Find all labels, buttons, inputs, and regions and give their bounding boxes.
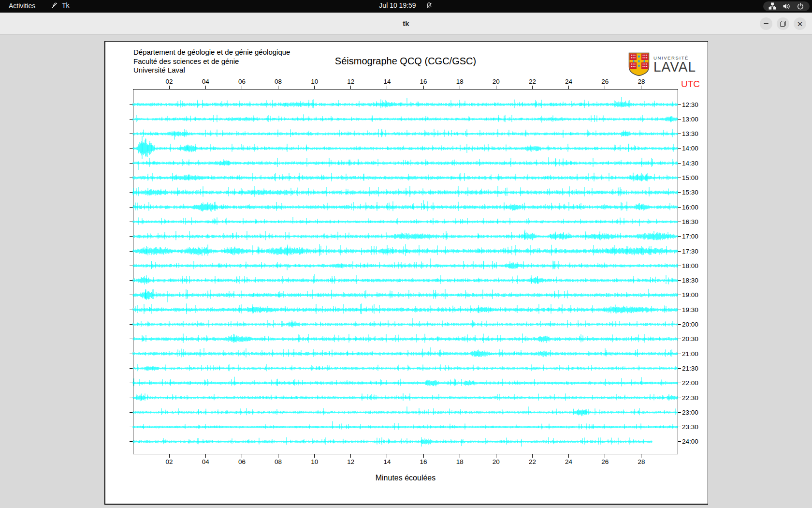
x-tick-label-bottom: 18 <box>456 458 464 465</box>
x-tick-label-bottom: 20 <box>493 458 500 465</box>
utc-time-label: 15:30 <box>682 189 698 196</box>
tk-feather-icon <box>51 1 58 9</box>
volume-icon <box>783 2 790 10</box>
x-tick-label-bottom: 04 <box>202 458 210 465</box>
x-tick-label-bottom: 14 <box>383 458 391 465</box>
x-tick-label-top: 04 <box>202 78 210 85</box>
maximize-button[interactable] <box>777 17 789 30</box>
x-tick-label-bottom: 12 <box>347 458 354 465</box>
trace-19:30 <box>133 303 678 314</box>
utc-time-label: 13:00 <box>682 116 698 123</box>
window-title: tk <box>0 19 812 28</box>
x-tick-label-top: 08 <box>275 78 282 85</box>
trace-23:30 <box>133 421 678 430</box>
utc-time-label: 16:00 <box>682 204 698 211</box>
utc-time-label: 17:30 <box>682 248 698 255</box>
utc-time-label: 19:00 <box>682 291 698 299</box>
utc-time-label: 14:30 <box>682 160 698 167</box>
trace-13:00 <box>133 114 678 122</box>
x-tick-label-top: 18 <box>456 78 464 85</box>
trace-21:00 <box>133 347 678 358</box>
trace-18:30 <box>133 274 678 285</box>
trace-20:00 <box>133 318 678 328</box>
utc-time-label: 21:00 <box>682 350 698 358</box>
utc-time-label: 18:30 <box>682 277 698 284</box>
trace-16:30 <box>133 217 678 226</box>
x-tick-label-bottom: 26 <box>601 458 609 465</box>
helicorder-plot: 0202040406060808101012121414161618182020… <box>133 89 678 455</box>
x-tick-label-bottom: 24 <box>565 458 573 465</box>
trace-20:30 <box>133 333 678 343</box>
utc-time-label: 21:30 <box>682 365 698 372</box>
utc-time-label: 13:30 <box>682 130 698 137</box>
minimize-icon <box>764 23 768 24</box>
x-tick-label-top: 22 <box>529 78 536 85</box>
trace-17:00 <box>133 230 678 240</box>
x-tick-label-top: 02 <box>166 78 173 85</box>
x-tick-label-bottom: 16 <box>420 458 427 465</box>
x-tick-label-top: 06 <box>238 78 246 85</box>
power-icon <box>797 2 804 10</box>
seismograph-canvas: Département de géologie et de génie géol… <box>104 41 708 505</box>
trace-14:30 <box>133 157 678 170</box>
utc-time-label: 24:00 <box>682 438 698 445</box>
utc-time-label: 20:00 <box>682 321 698 328</box>
utc-time-label: 19:30 <box>682 306 698 314</box>
trace-22:00 <box>133 377 678 387</box>
trace-19:00 <box>133 289 678 302</box>
app-indicator-label: Tk <box>62 1 70 9</box>
utc-time-label: 12:30 <box>682 101 698 108</box>
trace-23:00 <box>133 406 678 416</box>
utc-time-label: 18:00 <box>682 262 698 269</box>
x-tick-label-top: 14 <box>383 78 391 85</box>
window-content: Département de géologie et de génie géol… <box>0 35 812 508</box>
institution-line-3: Université Laval <box>133 66 290 75</box>
notifications-disabled-icon <box>426 2 433 9</box>
clock-menu[interactable]: Jul 10 19:59 <box>379 1 433 9</box>
trace-13:30 <box>133 129 678 140</box>
gnome-topbar: Activities Tk Jul 10 19:59 <box>0 0 812 13</box>
x-tick-label-bottom: 08 <box>275 458 282 465</box>
x-tick-label-top: 20 <box>493 78 500 85</box>
trace-17:30 <box>133 244 678 256</box>
utc-time-label: 23:30 <box>682 423 698 431</box>
app-indicator-tk[interactable]: Tk <box>51 1 70 9</box>
x-axis-title: Minutes écoulées <box>133 474 678 482</box>
trace-22:30 <box>133 393 678 401</box>
trace-24:00 <box>133 437 652 447</box>
x-tick-label-top: 24 <box>565 78 573 85</box>
activities-button[interactable]: Activities <box>9 2 35 10</box>
laval-shield-icon <box>628 52 650 76</box>
logo-laval-text: LAVAL <box>653 60 696 74</box>
trace-15:00 <box>133 173 678 181</box>
trace-16:00 <box>133 200 678 211</box>
maximize-icon <box>780 21 786 27</box>
trace-14:00 <box>133 136 678 159</box>
universite-laval-logo: UNIVERSITÉ LAVAL <box>628 52 696 76</box>
utc-time-label: 14:00 <box>682 145 698 152</box>
x-tick-label-bottom: 10 <box>311 458 318 465</box>
x-tick-label-top: 28 <box>638 78 645 85</box>
plot-title: Séismographe QCQ (CGC/GSC) <box>133 56 678 67</box>
x-tick-label-top: 26 <box>601 78 609 85</box>
x-tick-label-top: 10 <box>311 78 318 85</box>
utc-time-label: 23:00 <box>682 409 698 416</box>
trace-12:30 <box>133 97 678 108</box>
x-tick-label-bottom: 28 <box>638 458 645 465</box>
utc-time-label: 17:00 <box>682 233 698 240</box>
utc-time-label: 20:30 <box>682 335 698 343</box>
close-button[interactable]: ✕ <box>794 17 806 30</box>
x-tick-label-bottom: 02 <box>166 458 173 465</box>
plot-border <box>133 90 678 454</box>
clock-label: Jul 10 19:59 <box>379 1 416 9</box>
utc-axis-label: UTC <box>681 79 700 90</box>
utc-time-label: 22:00 <box>682 379 698 387</box>
x-tick-label-bottom: 06 <box>238 458 246 465</box>
x-tick-label-bottom: 22 <box>529 458 536 465</box>
system-status-menu[interactable] <box>763 1 810 11</box>
minimize-button[interactable] <box>760 17 772 30</box>
utc-time-label: 16:30 <box>682 218 698 225</box>
window-titlebar[interactable]: tk ✕ <box>0 13 812 35</box>
utc-time-label: 15:00 <box>682 174 698 181</box>
network-wired-icon <box>768 2 776 10</box>
